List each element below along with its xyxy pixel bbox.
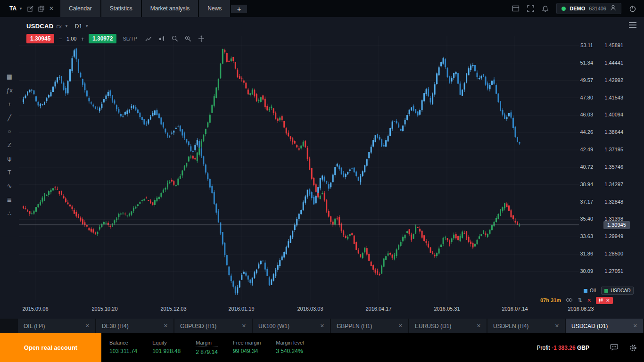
legend-swatch (604, 289, 608, 293)
chevron-down-icon: ▼ (19, 7, 23, 11)
layers-icon[interactable]: ≣ (4, 196, 15, 204)
topbar-tab-market-analysis[interactable]: Market analysis (142, 0, 198, 17)
close-tab-icon[interactable]: ✕ (633, 323, 637, 329)
topbar-tab-statistics[interactable]: Statistics (101, 0, 141, 17)
profit-label: Profit (537, 345, 550, 351)
axis-right-label: 1.34297 (595, 181, 623, 187)
text-tool-icon[interactable]: T (4, 168, 15, 177)
close-tab-icon[interactable]: ✕ (477, 323, 481, 329)
timeframe-selector[interactable]: D1 (75, 23, 82, 30)
close-workspace-icon[interactable]: ✕ (49, 5, 54, 12)
dock-window-icon[interactable] (512, 5, 520, 12)
notifications-bell-icon[interactable] (542, 5, 549, 12)
instrument-tab-de30[interactable]: DE30 (H4)✕ (96, 319, 173, 333)
candlestick-mode-icon[interactable] (158, 36, 165, 42)
function-icon[interactable]: ƒx (4, 86, 15, 95)
trendline-icon[interactable]: ╱ (4, 114, 15, 122)
legend-swatch (584, 289, 587, 293)
instrument-tab-label: DE30 (H4) (102, 323, 129, 329)
metric-free-margin: Free margin99 049.34 (233, 340, 261, 355)
pitchfork-icon[interactable]: ψ (4, 155, 15, 163)
profit-currency: GBP (577, 345, 589, 351)
close-tab-icon[interactable]: ✕ (85, 323, 90, 329)
close-tab-icon[interactable]: ✕ (164, 323, 168, 329)
workspace-menu[interactable]: TA ▼ (0, 5, 27, 12)
axis-right-label: 1.32848 (595, 199, 623, 205)
axis-right-label: 1.40094 (595, 112, 623, 117)
legend-label: USDCAD (611, 288, 630, 293)
close-tab-icon[interactable]: ✕ (398, 323, 403, 329)
axis-right-label: 1.27051 (595, 268, 623, 274)
mini-candle-icon (599, 298, 603, 303)
power-icon[interactable] (629, 5, 636, 12)
metric-value: 103 311.74 (109, 348, 137, 354)
add-tab-button[interactable]: + (231, 5, 247, 13)
axis-right-label: 1.29949 (595, 233, 623, 239)
volume-decrease-button[interactable]: − (58, 35, 63, 42)
axis-right-label: 1.37195 (595, 147, 623, 152)
close-tab-icon[interactable]: ✕ (555, 323, 559, 329)
add-indicator-icon[interactable]: + (4, 100, 15, 108)
chart-legend: OILUSDCAD (584, 287, 634, 295)
remove-overlay-icon[interactable]: ✕ (587, 297, 591, 304)
legend-item-oil[interactable]: OIL (584, 288, 597, 293)
settings-gear-icon[interactable] (629, 344, 637, 354)
instrument-tab-uk100[interactable]: UK100 (W1)✕ (253, 319, 330, 333)
zigzag-icon[interactable]: Ƶ (4, 141, 15, 149)
instrument-tab-oil[interactable]: OIL (H4)✕ (18, 319, 95, 333)
share-icon[interactable]: ∴ (4, 209, 15, 218)
zoom-in-icon[interactable] (185, 35, 191, 42)
pan-move-icon[interactable] (198, 35, 205, 42)
sltp-button[interactable]: SL/TP (123, 36, 137, 41)
new-window-icon[interactable] (38, 6, 44, 12)
chat-icon[interactable] (610, 344, 619, 353)
instrument-tab-eurusd[interactable]: EURUSD (D1)✕ (409, 319, 487, 333)
line-chart-mode-icon[interactable] (145, 36, 152, 42)
instrument-tab-usdcad[interactable]: USDCAD (D1)✕ (566, 319, 643, 333)
close-tab-icon[interactable]: ✕ (242, 323, 246, 329)
instrument-tab-usdpln[interactable]: USDPLN (H4)✕ (487, 319, 565, 333)
volume-value[interactable]: 1.00 (66, 36, 76, 41)
volume-increase-button[interactable]: + (80, 35, 85, 42)
symbol-chevron-icon[interactable]: ▼ (65, 24, 68, 28)
account-pill[interactable]: DEMO 631406 (556, 3, 621, 14)
instrument-tab-label: USDCAD (D1) (571, 323, 608, 329)
fullscreen-icon[interactable] (527, 5, 534, 12)
legend-item-usdcad[interactable]: USDCAD (601, 287, 634, 295)
instrument-tab-label: USDPLN (H4) (493, 323, 528, 329)
topbar-tab-news[interactable]: News (199, 0, 230, 17)
instrument-tab-gbpusd[interactable]: GBPUSD (H1)✕ (174, 319, 252, 333)
instrument-tab-bar: OIL (H4)✕DE30 (H4)✕GBPUSD (H1)✕UK100 (W1… (0, 319, 644, 333)
metric-balance: Balance103 311.74 (109, 340, 137, 355)
axis-right-label: 1.38644 (595, 129, 623, 135)
metric-label: Balance (109, 340, 137, 346)
buy-button[interactable]: 1.30972 (89, 34, 116, 43)
open-real-account-button[interactable]: Open real account (0, 333, 101, 362)
zoom-out-icon[interactable] (172, 35, 178, 42)
profit-value: -1 383.26 (552, 345, 576, 351)
metric-value: 99 049.34 (233, 348, 261, 354)
axis-right-label: 1.42992 (595, 77, 623, 83)
account-metrics: Balance103 311.74Equity101 928.48Margin2… (109, 340, 304, 355)
chart-region: ▦ƒx+╱○ƵψT∿≣∴ USDCAD FX ▼ D1 ▼ 1.30945 − … (0, 17, 644, 319)
scale-arrows-icon[interactable]: ⇅ (578, 297, 582, 304)
metric-margin-level: Margin level3 540.24% (276, 340, 304, 355)
close-position-button[interactable]: ✕ (596, 297, 612, 304)
sell-button[interactable]: 1.30945 (26, 34, 54, 43)
instrument-tab-gbppln[interactable]: GBPPLN (H1)✕ (331, 319, 408, 333)
trading-app: TA ▼ ✕ CalendarStatisticsMarket analysis… (0, 0, 644, 362)
metric-label: Margin level (276, 340, 304, 346)
edit-workspace-icon[interactable] (27, 6, 33, 12)
profit-summary: Profit -1 383.26 GBP (537, 345, 589, 351)
topbar-right: DEMO 631406 (512, 3, 644, 14)
price-chart-canvas[interactable] (19, 17, 579, 309)
symbol-name: USDCAD (26, 23, 53, 30)
ellipse-icon[interactable]: ○ (4, 127, 15, 136)
oscillator-icon[interactable]: ∿ (4, 182, 15, 190)
eye-icon[interactable] (566, 296, 573, 304)
topbar-tab-calendar[interactable]: Calendar (60, 0, 100, 17)
chart-menu-icon[interactable] (629, 21, 636, 29)
chart-style-icon[interactable]: ▦ (4, 73, 15, 81)
timeframe-chevron-icon[interactable]: ▼ (85, 24, 89, 28)
close-tab-icon[interactable]: ✕ (320, 323, 324, 329)
